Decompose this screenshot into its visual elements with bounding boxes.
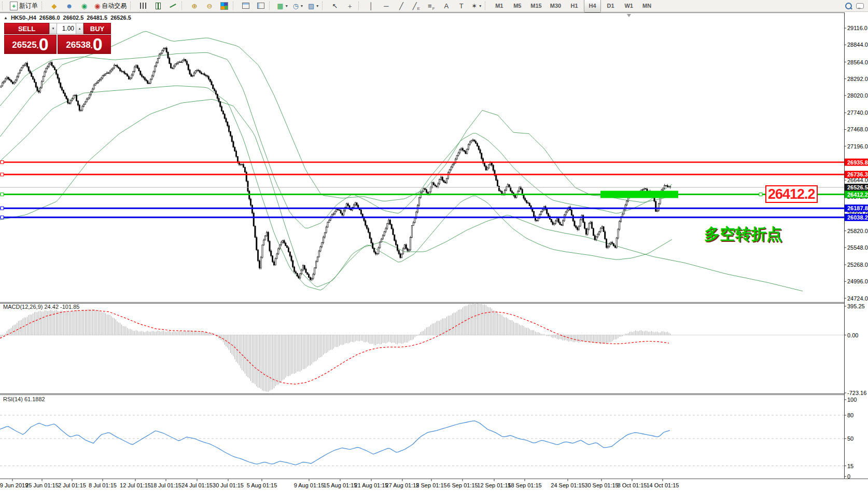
styles-icon-icon: ◆ [52,3,57,9]
styles-icon-button[interactable]: ◆ [47,1,61,11]
collapse-panel-icon[interactable]: ▲ [4,16,8,20]
price-axis[interactable]: 29116.028844.028564.028292.028020.027740… [844,12,868,480]
date-tick: 8 Jul 01:15 [89,482,117,488]
line-handle[interactable] [1,161,4,164]
trendline-icon: ╱ [399,3,403,9]
line-handle[interactable] [1,173,4,176]
price-level-callout[interactable]: 26412.2 [765,185,818,203]
timeframe-h4-button[interactable]: H4 [584,0,601,12]
sell-price-big-digit: 0 [39,35,49,53]
chevron-down-icon[interactable]: ▾ [479,4,481,8]
timeframe-m30-button[interactable]: M30 [547,0,565,12]
chevron-down-icon[interactable]: ▾ [316,4,318,8]
date-tick: 6 Sep 01:15 [447,482,478,488]
buy-price-big-digit: 0 [93,35,103,53]
equidistant-channel-icon: ╱ [413,3,417,9]
chat-icon[interactable] [856,3,864,9]
templates-button[interactable]: ▨▾ [306,1,320,11]
chevron-down-icon[interactable]: ▾ [301,4,303,8]
sell-button[interactable]: SELL [4,23,49,34]
vertical-line-button[interactable]: │ [364,1,378,11]
cursor-button[interactable]: ↖ [328,1,342,11]
tile-windows-button[interactable] [217,1,231,11]
signal-icon-button[interactable]: ◉ [77,1,91,11]
sub-letter: F [432,6,435,11]
profile-icon-button[interactable]: ☻ [62,1,76,11]
timeframe-d1-button[interactable]: D1 [602,0,619,12]
arrange-vertical-button[interactable] [254,1,268,11]
signal-icon-icon: ◉ [81,3,87,9]
profile-icon-icon: ☻ [66,3,73,9]
price-tick: 25820.0 [847,228,868,234]
volume-input[interactable] [57,23,76,34]
text-label-button[interactable]: T [454,1,468,11]
toolbar-group-handle [130,2,133,10]
buy-button[interactable]: BUY [83,23,111,34]
date-tick: 14 Oct 01:15 [647,482,679,488]
fibonacci-button[interactable]: ≡F [424,1,438,11]
buy-price-display[interactable]: 26538.0 [58,35,111,54]
timeframe-m1-button[interactable]: M1 [491,0,508,12]
arrows-button[interactable]: ✶▾ [469,1,483,11]
toolbar-group-handle [233,2,236,10]
turning-point-annotation[interactable]: 多空转折点 [704,224,782,245]
timeframe-w1-button[interactable]: W1 [620,0,637,12]
timeframe-m5-button[interactable]: M5 [509,0,526,12]
line-chart-type-button[interactable] [166,1,180,11]
toolbar-group-handle [485,2,488,10]
auto-trading-button-label: 自动交易 [102,2,127,10]
chart-canvas[interactable]: 29116.028844.028564.028292.028020.027740… [0,12,868,491]
support-highlight-box[interactable] [600,191,678,198]
price-tick: 29116.0 [847,25,867,31]
equidistant-channel-button[interactable]: ╱E [409,1,423,11]
auto-trading-button[interactable]: ◉自动交易 [92,1,129,11]
volume-down-button[interactable]: ▾ [49,23,57,34]
text-button[interactable]: A [439,1,453,11]
chevron-down-icon[interactable]: ▾ [286,4,288,8]
horizontal-line-button[interactable]: ─ [379,1,393,11]
volume-up-button[interactable]: ▴ [76,23,83,34]
templates-icon: ▨ [308,3,314,9]
profiles-clock-icon: ◷ [293,3,299,9]
zoom-out-button[interactable]: ⊖ [202,1,216,11]
trendline-button[interactable]: ╱ [394,1,408,11]
text-icon: A [444,3,449,9]
ohlc-close: 26526.5 [110,15,131,21]
line-handle[interactable] [1,193,4,196]
price-line-badge-text: 26187.8 [847,205,868,211]
price-tick: 28020.0 [847,92,868,99]
toolbar-group-handle [41,2,45,10]
price-tick: 28292.0 [847,76,868,82]
timeframe-m15-button[interactable]: M15 [527,0,545,12]
symbol-period-label: HK50-,H4 [11,15,36,21]
bar-chart-type-button[interactable] [136,1,150,11]
candle-chart-type-button[interactable] [151,1,165,11]
sell-price-display[interactable]: 26525.0 [4,35,57,54]
search-icon[interactable] [845,3,852,9]
timeframe-mn-button[interactable]: MN [638,0,655,12]
new-order-button[interactable]: ＋新订单 [8,1,40,11]
rsi-axis-tick: 80 [847,412,853,418]
line-handle[interactable] [1,216,4,219]
price-line-badge-text: 26736.3 [847,171,868,178]
date-tick: 24 Jul 01:15 [181,482,213,488]
arrange-horizontal-button[interactable] [239,1,253,11]
price-tick: 24724.0 [847,295,868,302]
date-tick: 25 Jun 01:15 [25,482,59,488]
line-handle[interactable] [759,193,762,196]
timeframe-h1-button[interactable]: H1 [566,0,583,12]
new-chart-icon: ▦ [277,3,283,9]
zoom-out-icon: ⊖ [206,3,212,9]
profiles-clock-button[interactable]: ◷▾ [291,1,305,11]
toolbar: ＋新订单◆☻◉◉自动交易⊕⊖▦▾◷▾▨▾↖＋│─╱╱E≡FAT✶▾M1M5M15… [0,0,868,12]
price-tick: 25548.0 [847,244,868,251]
arrange-horizontal-icon [242,3,249,9]
macd-axis-tick: 395.25 [847,303,865,309]
chart-window[interactable]: 29116.028844.028564.028292.028020.027740… [0,12,868,491]
price-line-badge-text: 26038.2 [847,214,868,221]
date-tick: 21 Aug 01:15 [355,482,388,488]
line-handle[interactable] [1,207,4,210]
crosshair-button[interactable]: ＋ [343,1,357,11]
zoom-in-button[interactable]: ⊕ [187,1,201,11]
new-chart-button[interactable]: ▦▾ [275,1,289,11]
